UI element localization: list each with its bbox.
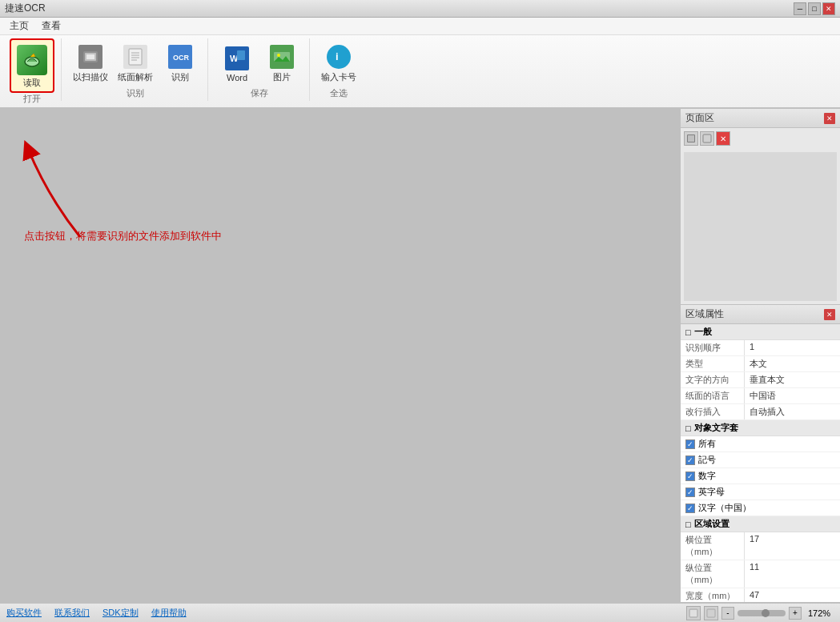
charset-symbol-checkbox[interactable]: ✓ — [685, 455, 695, 465]
ribbon-group-items-all: i 输入卡号 — [318, 38, 360, 87]
page-nav-prev-btn[interactable] — [686, 606, 701, 620]
ribbon-group-items-open: 读取 — [10, 38, 54, 93]
page-image-btn[interactable] — [684, 131, 698, 146]
zoom-out-btn[interactable]: - — [721, 607, 734, 620]
charset-number-checkbox[interactable]: ✓ — [685, 472, 695, 481]
ocr-icon-shape: OCR — [168, 45, 192, 69]
svg-rect-24 — [690, 610, 697, 616]
svg-rect-22 — [703, 134, 711, 142]
ocr-button[interactable]: OCR 识别 — [159, 39, 201, 87]
ribbon-group-label-open: 打开 — [23, 93, 41, 106]
prop-name-language: 纸面的语言 — [681, 388, 745, 403]
window-controls: ─ □ ✕ — [794, 2, 835, 15]
ribbon-group-save: W Word — [210, 38, 310, 101]
charset-kanji-checkbox[interactable]: ✓ — [685, 504, 695, 513]
ribbon-group-recognize: 以扫描仪 纸面解析 — [63, 38, 208, 101]
svg-rect-3 — [86, 54, 94, 59]
scan-button-label: 以扫描仪 — [73, 71, 108, 83]
titlebar: 捷速OCR ─ □ ✕ — [0, 0, 840, 18]
prop-value-type: 本文 — [745, 356, 840, 371]
region-props-content: □ 一般 识别顺序 1 类型 本文 文字的方向 垂直本文 纸面的语言 中国 — [681, 324, 840, 602]
page-area-header: 页面区 ✕ — [681, 109, 840, 128]
menubar: 主页 查看 — [0, 18, 840, 35]
prop-value-linebreak: 自动插入 — [745, 404, 840, 419]
read-button-label: 读取 — [23, 78, 41, 88]
card-icon-shape: i — [327, 45, 351, 69]
charset-kanji-label: 汉字（中国） — [698, 502, 751, 514]
prop-name-x: 横位置（mm） — [681, 532, 745, 560]
minimize-btn[interactable]: ─ — [794, 2, 806, 15]
svg-point-17 — [330, 48, 348, 66]
region-settings-group-header: □ 区域设置 — [681, 516, 840, 532]
ribbon-group-label-recognize: 识别 — [127, 87, 144, 101]
charset-kanji-row: ✓ 汉字（中国） — [681, 500, 840, 516]
annotation-arrow — [16, 133, 112, 245]
svg-rect-4 — [129, 49, 142, 65]
general-group-header: □ 一般 — [681, 324, 840, 340]
prop-value-order: 1 — [745, 340, 840, 355]
region-props-close-btn[interactable]: ✕ — [824, 309, 835, 320]
zoom-slider[interactable] — [738, 610, 786, 616]
ribbon-group-all: i 输入卡号 全选 — [311, 38, 366, 101]
link-buy[interactable]: 购买软件 — [6, 607, 42, 619]
char-set-group-label: 对象文字套 — [694, 422, 738, 434]
charset-all-label: 所有 — [698, 438, 716, 450]
window-title: 捷速OCR — [5, 2, 46, 15]
read-icon — [16, 44, 48, 76]
region-props-section: 区域属性 ✕ □ 一般 识别顺序 1 类型 本文 文字的方向 — [681, 305, 840, 603]
zoom-in-btn[interactable]: + — [789, 607, 802, 620]
prop-value-direction: 垂直本文 — [745, 372, 840, 387]
link-sdk[interactable]: SDK定制 — [102, 607, 139, 619]
svg-rect-21 — [688, 135, 694, 142]
word-button[interactable]: W Word — [216, 39, 258, 87]
scan-icon-shape — [78, 45, 102, 69]
svg-point-16 — [277, 54, 280, 57]
link-help[interactable]: 使用帮助 — [151, 607, 187, 619]
ribbon-content: 读取 打开 以 — [0, 35, 840, 107]
statusbar-links: 购买软件 联系我们 SDK定制 使用帮助 — [6, 607, 187, 619]
charset-number-row: ✓ 数字 — [681, 468, 840, 484]
general-group-label: 一般 — [694, 326, 712, 338]
svg-rect-13 — [237, 50, 245, 60]
page-nav-next-btn[interactable] — [704, 606, 718, 620]
statusbar-right: - + 172% — [686, 606, 834, 620]
image-save-icon-shape — [270, 45, 294, 69]
region-settings-group-label: 区域设置 — [694, 518, 729, 530]
prop-value-width: 47 — [745, 588, 840, 602]
word-button-label: Word — [227, 73, 247, 82]
prop-row-y: 纵位置（mm） 11 — [681, 560, 840, 588]
prop-name-direction: 文字的方向 — [681, 372, 745, 387]
card-icon: i — [326, 44, 352, 70]
prop-name-width: 宽度（mm） — [681, 588, 745, 602]
menu-home[interactable]: 主页 — [3, 18, 35, 34]
paper-button[interactable]: 纸面解析 — [115, 39, 156, 87]
charset-symbol-label: 記号 — [698, 454, 716, 466]
annotation-text: 点击按钮，将需要识别的文件添加到软件中 — [24, 229, 222, 243]
prop-row-order: 识别顺序 1 — [681, 340, 840, 356]
scan-button[interactable]: 以扫描仪 — [70, 39, 111, 87]
prop-value-language: 中国语 — [745, 388, 840, 403]
menu-view[interactable]: 查看 — [35, 18, 67, 34]
close-btn[interactable]: ✕ — [822, 2, 835, 15]
page-blank-btn[interactable] — [700, 131, 714, 146]
scan-icon — [78, 44, 103, 70]
link-contact[interactable]: 联系我们 — [54, 607, 90, 619]
maximize-btn[interactable]: □ — [808, 2, 821, 15]
charset-alpha-checkbox[interactable]: ✓ — [685, 488, 695, 497]
region-props-header: 区域属性 ✕ — [681, 305, 840, 324]
charset-all-checkbox[interactable]: ✓ — [685, 439, 695, 449]
prop-name-linebreak: 改行插入 — [681, 404, 745, 419]
page-area-title: 页面区 — [685, 111, 714, 125]
page-area-close-btn[interactable]: ✕ — [824, 113, 835, 124]
page-delete-btn[interactable]: ✕ — [716, 131, 730, 146]
page-area-section: 页面区 ✕ ✕ — [681, 109, 840, 305]
canvas-area: 点击按钮，将需要识别的文件添加到软件中 — [0, 109, 680, 603]
read-button[interactable]: 读取 — [10, 38, 54, 93]
card-button[interactable]: i 输入卡号 — [318, 39, 360, 87]
image-save-button-label: 图片 — [273, 71, 291, 83]
prop-row-language: 纸面的语言 中国语 — [681, 388, 840, 404]
image-save-button[interactable]: 图片 — [261, 39, 303, 87]
prop-row-linebreak: 改行插入 自动插入 — [681, 404, 840, 420]
card-button-label: 输入卡号 — [321, 71, 356, 83]
svg-text:i: i — [336, 50, 339, 62]
